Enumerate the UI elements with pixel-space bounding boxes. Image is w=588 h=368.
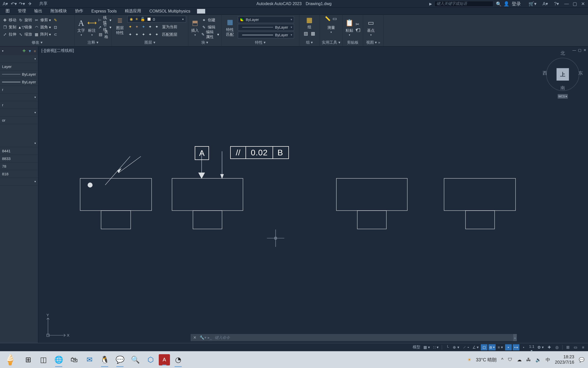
layer-c-icon[interactable]: ✦: [141, 24, 146, 30]
insert-button[interactable]: ⬒插入▾: [190, 18, 200, 36]
lineweight-display-icon[interactable]: ≡ ▾: [497, 344, 504, 350]
layer-j-icon[interactable]: ✦: [154, 32, 160, 37]
tab-manage[interactable]: 管理: [14, 8, 30, 14]
wcs-label[interactable]: WCS ▾: [558, 94, 568, 99]
recorder-app-icon[interactable]: ◔: [171, 353, 185, 367]
tab-addons[interactable]: 附加模块: [46, 8, 71, 14]
viewcube-east[interactable]: 东: [578, 70, 583, 76]
login-label[interactable]: 登录: [512, 1, 521, 7]
layer-b-icon[interactable]: ✦: [134, 24, 140, 30]
palette-row-g[interactable]: [0, 178, 38, 186]
mirror-button[interactable]: ▲▽镜像: [18, 24, 32, 31]
autodesk-icon[interactable]: A▾: [543, 1, 548, 7]
tab-output[interactable]: 输出: [30, 8, 46, 14]
tray-onedrive-icon[interactable]: ☁: [517, 357, 522, 363]
cloud-app-icon[interactable]: ⬡: [143, 353, 158, 367]
help-icon[interactable]: ?▾: [554, 1, 559, 7]
viewcube-west[interactable]: 西: [543, 70, 547, 76]
edge-icon[interactable]: 🌐: [52, 353, 66, 367]
search-icon[interactable]: 🔍: [496, 1, 501, 6]
search-input[interactable]: 键入关键字或短语: [435, 1, 493, 7]
rotate-button[interactable]: ↻旋转: [18, 17, 32, 24]
tab-featured[interactable]: 精选应用: [121, 8, 145, 14]
search-app-icon[interactable]: 🔍: [128, 353, 142, 367]
search-chevron-icon[interactable]: ▶: [429, 2, 432, 6]
customize-status-icon[interactable]: ≡: [580, 344, 586, 350]
erase-icon[interactable]: ⊂: [53, 32, 58, 37]
palette-row-a[interactable]: r: [0, 86, 38, 94]
edit-attr-button[interactable]: ✎编辑属性 ▾: [201, 31, 219, 38]
palette-row-c[interactable]: r: [0, 101, 38, 109]
layer-e-icon[interactable]: ✦: [154, 24, 160, 30]
wechat-icon[interactable]: 💬: [113, 353, 127, 367]
weather-icon[interactable]: ☀: [467, 357, 471, 363]
store-icon[interactable]: 🛍: [67, 353, 81, 367]
layer-a-icon[interactable]: ✦: [127, 24, 133, 30]
layer-h-icon[interactable]: ✦: [141, 32, 146, 37]
drawing-canvas[interactable]: [-][俯视][二维线框] — ▢ ✕: [38, 47, 588, 351]
tray-defender-icon[interactable]: 🛡: [508, 357, 512, 362]
redo-icon[interactable]: ↷▾: [19, 1, 24, 7]
layer-dropdown[interactable]: ◉ ☀ 🔓 0 ▾: [127, 16, 186, 22]
isolate-icon[interactable]: ◎: [554, 344, 560, 350]
layer-g-icon[interactable]: ✦: [134, 32, 140, 37]
match-layer-button[interactable]: 匹配图层: [162, 32, 177, 37]
qq-icon[interactable]: 🐧: [97, 353, 112, 367]
copy-clip-icon[interactable]: ❐: [356, 28, 361, 33]
cmd-customize-icon[interactable]: 🔧▾: [199, 335, 207, 340]
cut-icon[interactable]: ✂▾: [356, 21, 361, 27]
tab-view[interactable]: 图: [2, 8, 14, 14]
panel-util-title[interactable]: 实用工具 ▾: [320, 40, 342, 46]
clean-screen-icon[interactable]: ▭: [572, 344, 579, 350]
base-button[interactable]: ▭基点▾: [365, 18, 376, 36]
text-button[interactable]: A文字▾: [77, 18, 86, 36]
fillet-button[interactable]: ◠圆角 ▾: [34, 24, 51, 31]
task-view-icon[interactable]: ◫: [36, 353, 51, 367]
palette-lweight-row[interactable]: ByLayer: [0, 78, 38, 86]
group-edit-icon[interactable]: ▩: [310, 31, 316, 36]
panel-layer-title[interactable]: 图层 ▾: [112, 40, 188, 46]
taskbar-clock[interactable]: 18:23 2023/7/16: [555, 354, 574, 365]
cmd-close-icon[interactable]: ✕: [192, 335, 198, 341]
palette-filter-icon[interactable]: ▼: [28, 49, 32, 53]
maximize-icon[interactable]: ▢: [572, 1, 577, 7]
isodraft-icon[interactable]: ⟋ ▾: [461, 344, 470, 350]
app-menu-icon[interactable]: A▾: [3, 1, 8, 7]
cmd-history-icon[interactable]: ▴: [513, 334, 517, 341]
model-tab[interactable]: 模型: [412, 344, 421, 350]
start-button[interactable]: ⊞: [21, 353, 35, 367]
panel-props-title[interactable]: 特性 ▾: [222, 40, 299, 46]
command-line[interactable]: ✕ 🔧▾ ▸_ 键入命令 ▴: [190, 334, 517, 341]
user-icon[interactable]: 👤: [504, 1, 509, 7]
copy-button[interactable]: ❐复制: [2, 24, 16, 31]
annotation-viz-icon[interactable]: ⋆: [505, 344, 512, 350]
palette-selector-icon[interactable]: ▾: [2, 49, 20, 53]
palette-section[interactable]: [0, 55, 38, 63]
layer-i-icon[interactable]: ✦: [147, 32, 153, 37]
measure-button[interactable]: 测量▾: [326, 23, 337, 36]
cart-icon[interactable]: 🛒▾: [529, 1, 536, 7]
create-block-button[interactable]: ✦创建: [201, 17, 219, 24]
color-dropdown[interactable]: ByLayer: [238, 16, 294, 23]
paste-button[interactable]: 📋粘贴▾: [345, 18, 354, 36]
close-icon[interactable]: ✕: [580, 1, 585, 7]
share-label[interactable]: 共享: [39, 1, 47, 6]
palette-ltype-row[interactable]: ByLayer: [0, 71, 38, 78]
tray-notifications-icon[interactable]: 💬: [579, 357, 584, 363]
osnap3d-icon[interactable]: ⧈ ▾: [488, 344, 496, 350]
tray-ime[interactable]: 中: [546, 357, 550, 363]
palette-row-f[interactable]: [0, 140, 38, 147]
gear-icon[interactable]: ✿ ▾: [536, 344, 545, 350]
layer-d-icon[interactable]: ✦: [147, 24, 153, 30]
view-cube[interactable]: 上 北 南 西 东 WCS ▾: [544, 50, 582, 99]
weather-text[interactable]: 33°C 晴朗: [476, 357, 497, 363]
explode-icon[interactable]: ✎: [53, 17, 58, 23]
taskbar-widget-icon[interactable]: 🍦: [0, 353, 20, 367]
tray-chevron-icon[interactable]: ^: [501, 357, 503, 362]
palette-row-d[interactable]: [0, 109, 38, 117]
group-button[interactable]: ▦组: [304, 16, 315, 30]
scale-button[interactable]: ⤡缩放: [18, 31, 32, 38]
autocad-app-icon[interactable]: A: [159, 354, 170, 365]
array-button[interactable]: ▦阵列 ▾: [34, 31, 51, 38]
set-current-button[interactable]: 置为当前: [162, 25, 177, 29]
